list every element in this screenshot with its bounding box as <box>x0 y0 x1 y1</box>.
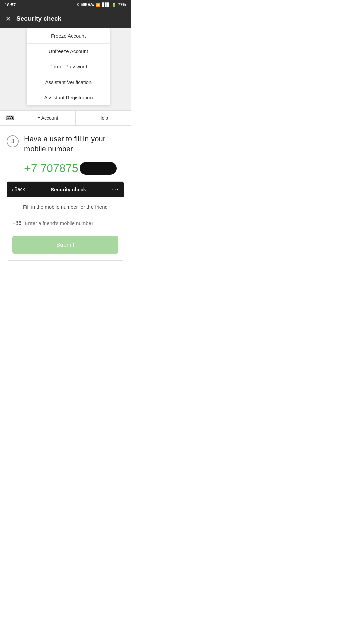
tab-account-label: Account <box>41 115 58 121</box>
tab-keyboard[interactable]: ⌨ <box>0 111 20 125</box>
dropdown-item-forgot-password[interactable]: Forgot Password <box>27 59 110 74</box>
inner-card-title: Security check <box>51 186 86 192</box>
status-time: 18:57 <box>5 2 16 7</box>
inner-back-label: Back <box>14 186 25 192</box>
phone-redacted <box>80 162 117 175</box>
inner-top-bar: ‹ Back Security check ··· <box>7 182 124 197</box>
friend-phone-input[interactable] <box>25 220 118 226</box>
step-section: 3 Have a user to fill in your mobile num… <box>0 126 131 159</box>
page-title: Security check <box>16 15 61 22</box>
inner-card-body: Fill in the mobile number for the friend… <box>7 197 124 260</box>
dropdown-container: Freeze Account Unfreeze Account Forgot P… <box>0 28 131 110</box>
status-right: 0,59КБ/с 📶 ▋▋▋ 🔋 77% <box>77 2 126 7</box>
step-description: Have a user to fill in your mobile numbe… <box>24 134 124 154</box>
wifi-icon: 📶 <box>96 3 100 7</box>
dropdown-item-assistant-registration[interactable]: Assistant Registration <box>27 90 110 105</box>
list-icon: ≡ <box>37 116 40 121</box>
phone-number-display: +7 707875 <box>0 159 131 181</box>
tab-account[interactable]: ≡ Account <box>20 111 76 125</box>
tab-help[interactable]: Help <box>76 111 131 125</box>
step-number: 3 <box>11 138 14 144</box>
inner-phone-card: ‹ Back Security check ··· Fill in the mo… <box>7 181 124 261</box>
more-options-button[interactable]: ··· <box>112 186 119 193</box>
dropdown-item-unfreeze[interactable]: Unfreeze Account <box>27 44 110 59</box>
battery-icon: 🔋 <box>112 3 116 7</box>
app-top-bar: ✕ Security check <box>0 9 131 28</box>
country-code-label: +86 <box>12 220 21 226</box>
keyboard-icon: ⌨ <box>6 114 14 122</box>
dropdown-item-assistant-verification[interactable]: Assistant Verification <box>27 74 110 90</box>
phone-visible: +7 707875 <box>24 162 78 175</box>
status-bar: 18:57 0,59КБ/с 📶 ▋▋▋ 🔋 77% <box>0 0 131 9</box>
close-button[interactable]: ✕ <box>5 15 11 23</box>
dropdown-panel: Freeze Account Unfreeze Account Forgot P… <box>27 28 110 105</box>
phone-input-row: +86 <box>12 218 118 229</box>
dropdown-item-freeze[interactable]: Freeze Account <box>27 28 110 44</box>
battery-percent: 77% <box>118 2 126 7</box>
tab-help-label: Help <box>98 115 108 121</box>
signal-icon: ▋▋▋ <box>102 3 110 7</box>
tab-bar: ⌨ ≡ Account Help <box>0 110 131 126</box>
back-chevron-icon: ‹ <box>12 187 13 192</box>
network-speed: 0,59КБ/с <box>77 2 94 7</box>
inner-instruction: Fill in the mobile number for the friend <box>12 203 118 211</box>
submit-button[interactable]: Submit <box>12 236 118 254</box>
inner-back-button[interactable]: ‹ Back <box>12 186 25 192</box>
step-circle: 3 <box>7 135 19 147</box>
